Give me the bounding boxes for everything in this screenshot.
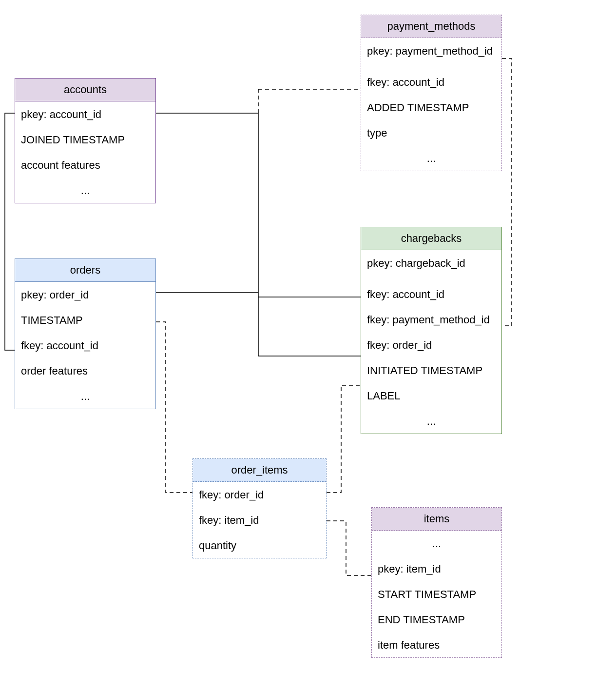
- entity-items-title: items: [372, 508, 501, 531]
- entity-payment-methods: payment_methods pkey: payment_method_id …: [361, 15, 502, 171]
- entity-orders-row: fkey: account_id: [15, 333, 155, 358]
- entity-chargebacks-row: INITIATED TIMESTAMP: [361, 357, 501, 383]
- entity-orders-row: pkey: order_id: [15, 282, 155, 307]
- entity-accounts-row: JOINED TIMESTAMP: [15, 127, 155, 152]
- entity-order-items-row: fkey: item_id: [193, 507, 326, 533]
- entity-orders-ellipsis: ...: [15, 383, 155, 409]
- entity-accounts-row: pkey: account_id: [15, 101, 155, 127]
- entity-payment-methods-title: payment_methods: [361, 15, 501, 38]
- entity-payment-methods-row: pkey: payment_method_id: [361, 38, 501, 69]
- entity-accounts-title: accounts: [15, 79, 155, 101]
- entity-items-row: END TIMESTAMP: [372, 607, 501, 632]
- diagram-canvas: accounts pkey: account_id JOINED TIMESTA…: [0, 0, 616, 674]
- entity-chargebacks-row: fkey: account_id: [361, 281, 501, 307]
- entity-chargebacks-row: pkey: chargeback_id: [361, 250, 501, 281]
- entity-items-ellipsis-top: ...: [372, 531, 501, 556]
- entity-payment-methods-row: fkey: account_id: [361, 69, 501, 95]
- entity-orders-row: TIMESTAMP: [15, 307, 155, 333]
- entity-items: items ... pkey: item_id START TIMESTAMP …: [371, 507, 502, 658]
- entity-accounts: accounts pkey: account_id JOINED TIMESTA…: [15, 78, 156, 203]
- entity-chargebacks-row: fkey: payment_method_id: [361, 307, 501, 332]
- entity-chargebacks-row: LABEL: [361, 383, 501, 408]
- entity-orders: orders pkey: order_id TIMESTAMP fkey: ac…: [15, 258, 156, 409]
- entity-accounts-row: account features: [15, 152, 155, 178]
- entity-accounts-ellipsis: ...: [15, 178, 155, 203]
- entity-items-row: item features: [372, 632, 501, 657]
- entity-payment-methods-row: ADDED TIMESTAMP: [361, 95, 501, 120]
- entity-chargebacks-row: fkey: order_id: [361, 332, 501, 357]
- entity-order-items-title: order_items: [193, 459, 326, 482]
- entity-items-row: START TIMESTAMP: [372, 581, 501, 607]
- entity-chargebacks-title: chargebacks: [361, 227, 501, 250]
- entity-items-row: pkey: item_id: [372, 556, 501, 581]
- entity-order-items: order_items fkey: order_id fkey: item_id…: [192, 458, 327, 558]
- entity-payment-methods-row: type: [361, 120, 501, 145]
- entity-orders-title: orders: [15, 259, 155, 282]
- entity-order-items-row: quantity: [193, 533, 326, 558]
- entity-payment-methods-ellipsis: ...: [361, 145, 501, 171]
- entity-orders-row: order features: [15, 358, 155, 383]
- entity-chargebacks-ellipsis: ...: [361, 408, 501, 434]
- entity-order-items-row: fkey: order_id: [193, 482, 326, 507]
- entity-chargebacks: chargebacks pkey: chargeback_id fkey: ac…: [361, 227, 502, 434]
